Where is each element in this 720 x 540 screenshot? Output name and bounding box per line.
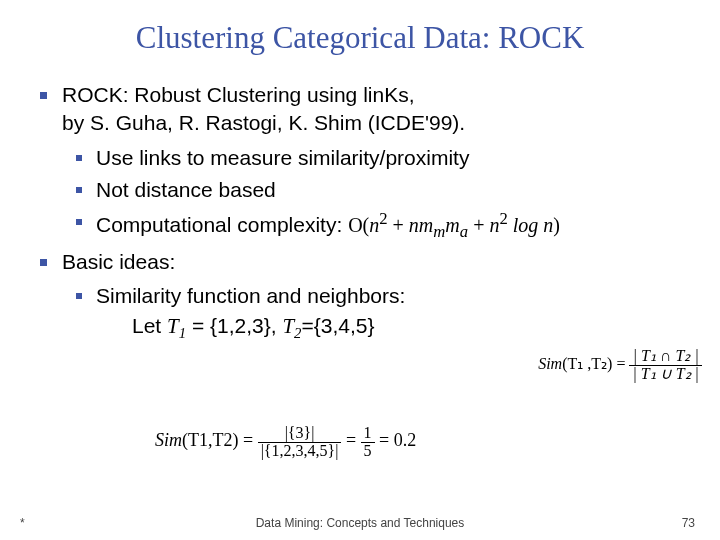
footer-center: Data Mining: Concepts and Techniques [0,516,720,530]
rock-intro-line1: ROCK: Robust Clustering using linKs, [62,83,414,106]
bullet-use-links: Use links to measure similarity/proximit… [62,144,690,172]
bullet-list-level1: ROCK: Robust Clustering using linKs, by … [30,81,690,344]
let-eq1: = {1,2,3}, [186,314,282,337]
bullet-complexity: Computational complexity: O(n2 + nmmma +… [62,208,690,243]
footer-left: * [20,516,25,530]
sim-func-label: Similarity function and neighbors: [96,284,405,307]
complexity-formula: O(n2 + nmmma + n2 log n) [348,214,560,236]
bullet-rock-intro: ROCK: Robust Clustering using linKs, by … [30,81,690,244]
slide-title: Clustering Categorical Data: ROCK [30,20,690,56]
complexity-label: Computational complexity: [96,213,342,236]
similarity-example-formula: Sim(T1,T2) = |{3}| |{1,2,3,4,5}| = 1 5 =… [155,425,416,460]
let-eq2: ={3,4,5} [301,314,374,337]
similarity-definition-formula: Sim(T₁ ,T₂) = | T₁ ∩ T₂ | | T₁ ∪ T₂ | [538,348,702,383]
slide: Clustering Categorical Data: ROCK ROCK: … [0,0,720,540]
bullet-basic-ideas: Basic ideas: Similarity function and nei… [30,248,690,345]
let-prefix: Let [132,314,167,337]
rock-intro-line2: by S. Guha, R. Rastogi, K. Shim (ICDE'99… [62,111,465,134]
bullet-list-level2a: Use links to measure similarity/proximit… [62,144,690,244]
bullet-similarity-function: Similarity function and neighbors: Let T… [62,282,690,344]
let-line: Let T1 = {1,2,3}, T2={3,4,5} [96,312,690,344]
bullet-list-level2b: Similarity function and neighbors: Let T… [62,282,690,344]
basic-ideas-label: Basic ideas: [62,250,175,273]
footer-page-number: 73 [682,516,695,530]
bullet-not-distance: Not distance based [62,176,690,204]
footer: * Data Mining: Concepts and Techniques 7… [0,516,720,530]
